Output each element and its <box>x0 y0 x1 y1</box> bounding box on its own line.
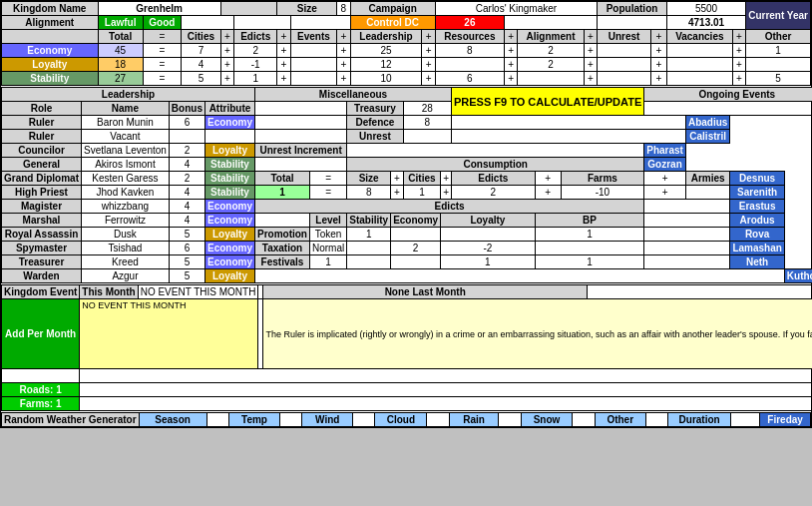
economy-events[interactable] <box>290 44 337 58</box>
economy-alignment[interactable]: 2 <box>518 44 584 58</box>
economy-other[interactable]: 1 <box>746 44 811 58</box>
press-f9-label[interactable]: PRESS F9 TO CALCULATE/UPDATE <box>451 88 643 116</box>
other-value[interactable] <box>645 413 667 427</box>
loyalty-resources[interactable] <box>435 58 504 72</box>
season-button[interactable]: Season <box>139 413 206 427</box>
month-calistril[interactable]: Calistril <box>685 130 729 144</box>
loyalty-edicts[interactable]: -1 <box>234 58 277 72</box>
festivals-level[interactable]: 1 <box>309 255 346 269</box>
cons-total-value[interactable]: 1 <box>254 186 309 200</box>
last-day[interactable]: Fireday <box>760 413 811 427</box>
taxation-stability[interactable] <box>347 242 391 255</box>
loyalty-other[interactable] <box>746 58 811 72</box>
stability-unrest[interactable] <box>598 72 651 86</box>
wind-value[interactable] <box>353 413 375 427</box>
month-gozran2[interactable]: Gozran <box>644 158 686 172</box>
cons-armies-value[interactable] <box>685 186 729 200</box>
taxation-economy[interactable]: 2 <box>391 242 441 255</box>
size-value[interactable]: 8 <box>337 2 350 16</box>
bonus-ruler2[interactable] <box>169 130 204 144</box>
farms-add-label[interactable]: Farms: 1 <box>2 397 80 411</box>
name-magister[interactable]: whizzbang <box>82 200 170 214</box>
bonus-treasurer[interactable]: 5 <box>169 255 204 269</box>
name-general[interactable]: Akiros Ismont <box>82 158 170 172</box>
cons-edicts-value[interactable]: 2 <box>451 186 535 200</box>
unrest-value[interactable] <box>403 130 451 144</box>
name-marshal[interactable]: Ferrowitz <box>82 214 170 228</box>
temp-value[interactable] <box>280 413 302 427</box>
loyalty-cities[interactable]: 4 <box>182 58 221 72</box>
month-pharast[interactable]: Pharast <box>644 144 686 158</box>
economy-leadership[interactable]: 25 <box>350 44 422 58</box>
stability-total[interactable]: 27 <box>98 72 143 86</box>
stability-cities[interactable]: 5 <box>182 72 221 86</box>
promotion-bp[interactable]: 1 <box>535 228 644 242</box>
stability-resources[interactable]: 6 <box>435 72 504 86</box>
cloud-button[interactable]: Cloud <box>375 413 427 427</box>
loyalty-leadership[interactable]: 12 <box>350 58 422 72</box>
month-kuthona[interactable]: Kuthona <box>784 269 812 283</box>
month-arodus[interactable]: Arodus <box>730 214 784 228</box>
add-per-month-button[interactable]: Add Per Month <box>2 299 80 369</box>
defence-value[interactable]: 8 <box>403 116 451 130</box>
festivals-loyalty[interactable]: 1 <box>441 255 536 269</box>
loyalty-total[interactable]: 18 <box>98 58 143 72</box>
bonus-high-priest[interactable]: 4 <box>169 186 204 200</box>
snow-value[interactable] <box>573 413 595 427</box>
promotion-level[interactable]: Token <box>309 228 346 242</box>
month-rova[interactable]: Rova <box>730 228 784 242</box>
taxation-loyalty[interactable]: -2 <box>441 242 536 255</box>
rain-button[interactable]: Rain <box>449 413 499 427</box>
name-spymaster[interactable]: Tsishad <box>82 242 170 255</box>
economy-cities[interactable]: 7 <box>182 44 221 58</box>
stability-vacancies[interactable] <box>666 72 732 86</box>
stability-events[interactable] <box>290 72 337 86</box>
stability-other[interactable]: 5 <box>746 72 811 86</box>
roads-add-label[interactable]: Roads: 1 <box>2 383 80 397</box>
loyalty-alignment[interactable]: 2 <box>518 58 584 72</box>
festivals-stability[interactable] <box>347 255 391 269</box>
cloud-value[interactable] <box>427 413 449 427</box>
month-sarenith[interactable]: Sarenith <box>730 186 784 200</box>
bonus-magister[interactable]: 4 <box>169 200 204 214</box>
cons-cities-value[interactable]: 1 <box>403 186 440 200</box>
season-value[interactable] <box>206 413 228 427</box>
name-councilor[interactable]: Svetlana Leventon <box>82 144 170 158</box>
economy-total[interactable]: 45 <box>98 44 143 58</box>
name-ruler2[interactable]: Vacant <box>82 130 170 144</box>
name-grand-diplomat[interactable]: Kesten Garess <box>82 172 170 186</box>
kingdom-name-value[interactable]: Grenhelm <box>98 2 220 16</box>
rain-value[interactable] <box>499 413 521 427</box>
name-treasurer[interactable]: Kreed <box>82 255 170 269</box>
bonus-royal-assassin[interactable]: 5 <box>169 228 204 242</box>
month-lamashan[interactable]: Lamashan <box>730 242 784 255</box>
name-ruler1[interactable]: Baron Munin <box>82 116 170 130</box>
duration-value[interactable] <box>730 413 759 427</box>
economy-resources[interactable]: 8 <box>435 44 504 58</box>
taxation-level[interactable]: Normal <box>309 242 346 255</box>
festivals-economy[interactable] <box>391 255 441 269</box>
month-desnus[interactable]: Desnus <box>730 172 784 186</box>
stability-alignment[interactable] <box>518 72 584 86</box>
promotion-loyalty[interactable] <box>441 228 536 242</box>
bonus-marshal[interactable]: 4 <box>169 214 204 228</box>
other-button[interactable]: Other <box>595 413 645 427</box>
name-warden[interactable]: Azgur <box>82 269 170 283</box>
name-royal-assassin[interactable]: Dusk <box>82 228 170 242</box>
promotion-economy[interactable] <box>391 228 441 242</box>
bonus-spymaster[interactable]: 6 <box>169 242 204 255</box>
loyalty-vacancies[interactable] <box>666 58 732 72</box>
lawful-button[interactable]: Lawful <box>98 16 143 30</box>
population-value[interactable]: 5500 <box>666 2 745 16</box>
wind-button[interactable]: Wind <box>302 413 353 427</box>
cons-farms-value[interactable]: -10 <box>561 186 644 200</box>
loyalty-events[interactable] <box>290 58 337 72</box>
stability-leadership[interactable]: 10 <box>350 72 422 86</box>
festivals-bp[interactable]: 1 <box>535 255 644 269</box>
snow-button[interactable]: Snow <box>521 413 572 427</box>
stability-edicts[interactable]: 1 <box>234 72 277 86</box>
bonus-ruler1[interactable]: 6 <box>169 116 204 130</box>
economy-vacancies[interactable] <box>666 44 732 58</box>
bonus-grand-diplomat[interactable]: 2 <box>169 172 204 186</box>
temp-button[interactable]: Temp <box>228 413 279 427</box>
